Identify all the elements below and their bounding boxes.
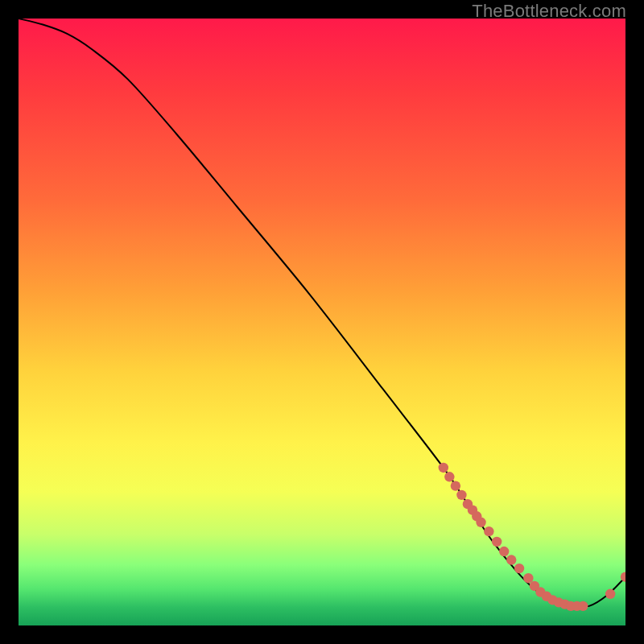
data-point bbox=[559, 599, 569, 609]
data-point bbox=[566, 601, 576, 611]
data-point bbox=[499, 547, 509, 556]
highlight-points bbox=[439, 463, 625, 611]
data-point bbox=[484, 526, 493, 536]
data-point bbox=[530, 581, 539, 591]
data-point bbox=[444, 472, 454, 481]
data-point bbox=[439, 463, 448, 473]
chart-svg bbox=[19, 19, 625, 625]
data-point bbox=[456, 490, 466, 500]
data-point bbox=[572, 601, 581, 611]
plot-area bbox=[19, 19, 625, 625]
data-point bbox=[547, 595, 557, 605]
bottleneck-curve bbox=[19, 19, 625, 607]
data-point bbox=[605, 589, 615, 599]
data-point bbox=[621, 572, 625, 581]
data-point bbox=[451, 481, 460, 490]
data-point bbox=[535, 587, 545, 597]
data-point bbox=[506, 555, 516, 564]
data-point bbox=[472, 511, 481, 521]
data-point bbox=[542, 592, 551, 601]
chart-container: TheBottleneck.com bbox=[0, 0, 644, 644]
data-point bbox=[492, 537, 502, 547]
data-point bbox=[476, 518, 485, 527]
data-point bbox=[463, 499, 473, 509]
data-point bbox=[514, 564, 524, 573]
data-point bbox=[554, 597, 564, 607]
data-point bbox=[468, 506, 477, 515]
data-point bbox=[523, 573, 533, 583]
data-point bbox=[578, 601, 588, 611]
